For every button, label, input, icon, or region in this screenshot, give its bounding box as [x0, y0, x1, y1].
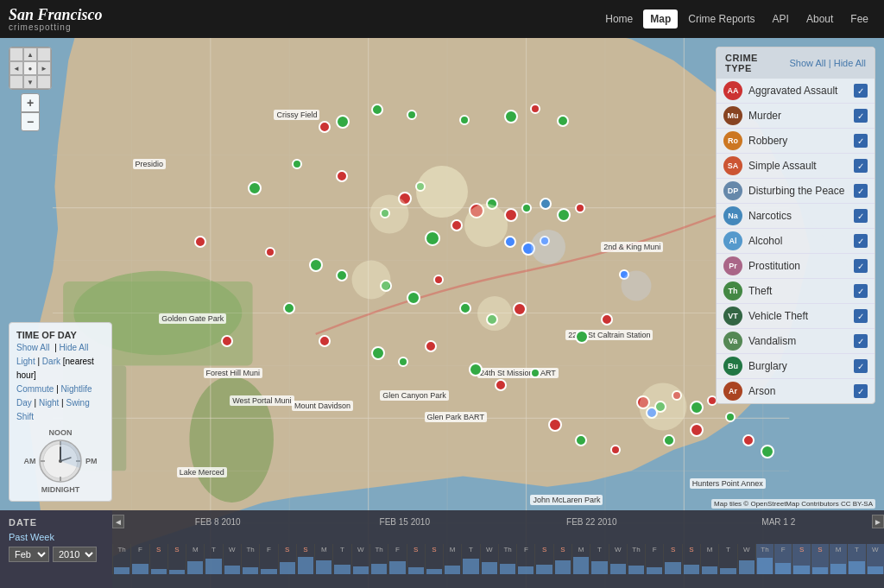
show-all-link[interactable]: Show All — [790, 58, 826, 68]
day-cell-20[interactable]: W — [480, 544, 498, 574]
crime-row-murder[interactable]: MuMurder✓ — [717, 104, 875, 129]
pan-sw-button[interactable] — [9, 75, 23, 89]
day-cell-3[interactable]: S — [167, 544, 186, 574]
day-cell-19[interactable]: T — [461, 544, 479, 574]
day-cell-1[interactable]: F — [130, 544, 148, 574]
day-cell-11[interactable]: M — [314, 544, 332, 574]
day-cell-37[interactable]: S — [792, 544, 810, 574]
clock-svg[interactable] — [38, 439, 83, 484]
crime-row-disturbing-the-peace[interactable]: DPDisturbing the Peace✓ — [717, 179, 875, 204]
crime-checkbox-sa[interactable]: ✓ — [854, 159, 868, 173]
crime-row-burglary[interactable]: BuBurglary✓ — [717, 354, 875, 379]
timeline-prev-button[interactable]: ◄ — [112, 515, 124, 528]
crime-checkbox-na[interactable]: ✓ — [854, 209, 868, 223]
day-cell-17[interactable]: S — [425, 544, 443, 574]
pan-s-button[interactable]: ▼ — [23, 75, 37, 89]
zoom-in-button[interactable]: + — [21, 93, 40, 112]
day-cell-24[interactable]: S — [553, 544, 571, 574]
nav-item-about[interactable]: About — [799, 9, 840, 28]
crime-row-alcohol[interactable]: AlAlcohol✓ — [717, 229, 875, 254]
day-cell-12[interactable]: T — [332, 544, 350, 574]
crime-row-simple-assault[interactable]: SASimple Assault✓ — [717, 154, 875, 179]
pan-nw-button[interactable] — [9, 47, 23, 61]
crime-checkbox-va[interactable]: ✓ — [854, 334, 868, 348]
pan-w-button[interactable]: ◄ — [9, 61, 23, 75]
day-cell-18[interactable]: M — [443, 544, 461, 574]
time-night-link[interactable]: Night — [39, 398, 59, 408]
day-cell-0[interactable]: Th — [112, 544, 130, 574]
map-container[interactable]: Crissy Field Presidio Golden Gate Park F… — [0, 38, 884, 588]
nav-item-map[interactable]: Map — [643, 9, 678, 28]
day-cell-36[interactable]: F — [774, 544, 792, 574]
day-cell-33[interactable]: T — [718, 544, 736, 574]
time-light-link[interactable]: Light — [16, 357, 35, 366]
hide-all-link[interactable]: Hide All — [834, 58, 866, 68]
day-cell-15[interactable]: F — [388, 544, 406, 574]
day-cell-14[interactable]: Th — [369, 544, 388, 574]
pan-ne-button[interactable] — [37, 47, 51, 61]
day-cell-35[interactable]: Th — [755, 544, 774, 574]
day-cell-10[interactable]: S — [296, 544, 314, 574]
crime-row-prostitution[interactable]: PrProstitution✓ — [717, 254, 875, 279]
crime-checkbox-th[interactable]: ✓ — [854, 284, 868, 298]
day-cell-25[interactable]: M — [571, 544, 590, 574]
day-cell-7[interactable]: Th — [241, 544, 259, 574]
day-cell-22[interactable]: F — [516, 544, 534, 574]
crime-checkbox-ar[interactable]: ✓ — [854, 384, 868, 398]
month-select[interactable]: JanFebMarApr MayJunJulAug SepOctNovDec — [9, 547, 49, 562]
crime-row-aggravated-assault[interactable]: AAAggravated Assault✓ — [717, 79, 875, 104]
crime-row-narcotics[interactable]: NaNarcotics✓ — [717, 204, 875, 229]
crime-row-arson[interactable]: ArArson✓ — [717, 379, 875, 403]
pan-se-button[interactable] — [37, 75, 51, 89]
day-cell-41[interactable]: W — [866, 544, 884, 574]
time-day-link[interactable]: Day — [16, 398, 32, 408]
day-cell-2[interactable]: S — [149, 544, 167, 574]
day-cell-4[interactable]: M — [186, 544, 204, 574]
day-cell-27[interactable]: W — [609, 544, 627, 574]
zoom-out-button[interactable]: − — [21, 112, 40, 131]
crime-checkbox-aa[interactable]: ✓ — [854, 84, 868, 98]
day-cell-34[interactable]: W — [737, 544, 755, 574]
crime-row-vehicle-theft[interactable]: VTVehicle Theft✓ — [717, 304, 875, 329]
pan-n-button[interactable]: ▲ — [23, 47, 37, 61]
time-dark-link[interactable]: Dark — [42, 357, 60, 366]
day-cell-29[interactable]: F — [645, 544, 663, 574]
crime-row-theft[interactable]: ThTheft✓ — [717, 279, 875, 304]
day-cell-13[interactable]: W — [351, 544, 369, 574]
day-cell-5[interactable]: T — [204, 544, 222, 574]
nav-item-fee[interactable]: Fee — [843, 9, 875, 28]
day-cell-21[interactable]: Th — [498, 544, 516, 574]
crime-checkbox-ro[interactable]: ✓ — [854, 134, 868, 148]
year-select[interactable]: 2008200920102011 — [53, 547, 97, 562]
day-cell-6[interactable]: W — [223, 544, 241, 574]
day-cell-28[interactable]: Th — [627, 544, 645, 574]
crime-checkbox-bu[interactable]: ✓ — [854, 359, 868, 373]
day-cell-8[interactable]: F — [259, 544, 277, 574]
time-hide-all-link[interactable]: Hide All — [60, 343, 89, 352]
crime-row-robbery[interactable]: RoRobbery✓ — [717, 129, 875, 154]
timeline-next-button[interactable]: ► — [872, 515, 884, 528]
crime-checkbox-vt[interactable]: ✓ — [854, 309, 868, 323]
time-commute-link[interactable]: Commute — [16, 384, 54, 394]
day-cell-16[interactable]: S — [407, 544, 425, 574]
time-show-all-link[interactable]: Show All — [16, 343, 49, 352]
day-cell-32[interactable]: M — [700, 544, 718, 574]
date-preset-link[interactable]: Past Week — [9, 532, 104, 542]
day-cell-9[interactable]: S — [278, 544, 296, 574]
crime-checkbox-mu[interactable]: ✓ — [854, 109, 868, 123]
day-cell-40[interactable]: T — [847, 544, 865, 574]
time-nightlife-link[interactable]: Nightlife — [61, 384, 92, 394]
crime-checkbox-dp[interactable]: ✓ — [854, 184, 868, 198]
nav-item-crime-reports[interactable]: Crime Reports — [681, 9, 761, 28]
pan-center-button[interactable]: ● — [23, 61, 37, 75]
day-cell-39[interactable]: M — [829, 544, 847, 574]
day-cell-23[interactable]: S — [534, 544, 552, 574]
crime-row-vandalism[interactable]: VaVandalism✓ — [717, 329, 875, 354]
day-cell-30[interactable]: S — [663, 544, 681, 574]
crime-checkbox-al[interactable]: ✓ — [854, 234, 868, 248]
nav-item-api[interactable]: API — [766, 9, 796, 28]
day-cell-38[interactable]: S — [811, 544, 829, 574]
day-cell-26[interactable]: T — [590, 544, 608, 574]
crime-checkbox-pr[interactable]: ✓ — [854, 259, 868, 273]
nav-item-home[interactable]: Home — [598, 9, 640, 28]
